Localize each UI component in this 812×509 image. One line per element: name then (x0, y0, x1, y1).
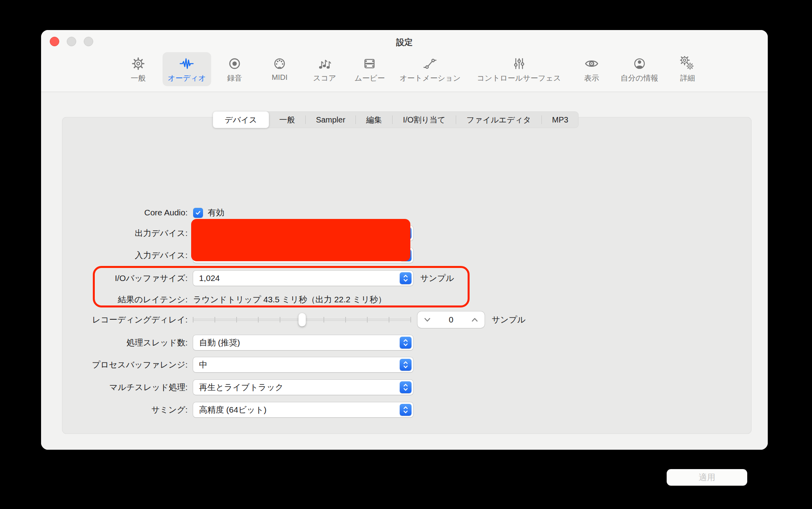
toolbar-item-label: スコア (313, 73, 336, 83)
apply-button[interactable]: 適用 (667, 469, 747, 486)
io-buffer-popup[interactable]: 1,024 (193, 271, 413, 286)
toolbar-item-waveform[interactable]: オーディオ (163, 52, 211, 86)
tab-mp3[interactable]: MP3 (542, 111, 579, 128)
recording-delay-slider[interactable] (193, 312, 411, 328)
slider-tick (236, 317, 237, 322)
output-device-label: 出力デバイス: (41, 228, 188, 239)
gear-icon (130, 56, 146, 72)
threads-label: 処理スレッド数: (41, 337, 188, 348)
core-audio-label: Core Audio: (41, 208, 188, 217)
control-surfaces-icon (511, 56, 527, 72)
toolbar-item-label: 一般 (131, 73, 146, 83)
preferences-toolbar: 一般オーディオ録音MIDIスコアムービーオートメーションコントロールサーフェス表… (41, 52, 768, 90)
toolbar-item-label: MIDI (272, 73, 288, 82)
toolbar-item-label: 録音 (227, 73, 242, 83)
toolbar-item-label: オートメーション (400, 73, 461, 83)
toolbar-item-advanced-gears[interactable]: 詳細 (675, 52, 701, 86)
stepper-increment-button[interactable] (470, 315, 479, 324)
toolbar-item-label: 表示 (584, 73, 599, 83)
io-buffer-unit: サンプル (420, 273, 454, 284)
content-area: デバイス一般Sampler編集I/O割り当てファイルエディタMP3 Core A… (41, 92, 768, 450)
toolbar-item-midi[interactable]: MIDI (267, 52, 293, 85)
slider-tick (258, 317, 259, 322)
popup-chevrons-icon (400, 272, 412, 284)
movie-icon (362, 56, 378, 72)
eye-icon (584, 56, 600, 72)
stepper-decrement-button[interactable] (423, 315, 432, 324)
score-icon (317, 56, 333, 72)
latency-label: 結果のレイテンシ: (41, 294, 188, 305)
tab-item-3[interactable]: 編集 (356, 111, 392, 128)
latency-value: ラウンドトリップ 43.5 ミリ秒（出力 22.2 ミリ秒） (193, 294, 386, 305)
toolbar-item-score[interactable]: スコア (308, 52, 341, 86)
toolbar-item-label: 詳細 (680, 73, 695, 83)
toolbar-item-gear[interactable]: 一般 (125, 52, 151, 86)
summing-popup[interactable]: 高精度 (64ビット) (193, 402, 413, 417)
buffer-range-row: プロセスバッファレンジ: 中 (41, 356, 768, 373)
person-icon (632, 56, 647, 72)
slider-tick (214, 317, 215, 322)
toolbar-item-label: コントロールサーフェス (477, 73, 561, 83)
tab-item-4[interactable]: I/O割り当て (393, 111, 456, 128)
slider-tick (389, 317, 389, 322)
popup-chevrons-icon (400, 404, 412, 416)
recording-delay-unit: サンプル (492, 314, 526, 325)
latency-row: 結果のレイテンシ: ラウンドトリップ 43.5 ミリ秒（出力 22.2 ミリ秒） (41, 291, 768, 308)
summing-row: サミング: 高精度 (64ビット) (41, 401, 768, 419)
toolbar-item-record[interactable]: 録音 (222, 52, 248, 86)
summing-label: サミング: (41, 404, 188, 415)
slider-tick (280, 317, 280, 322)
slider-tick (323, 317, 324, 322)
toolbar-item-label: オーディオ (168, 73, 206, 83)
tab-bar: デバイス一般Sampler編集I/O割り当てファイルエディタMP3 (213, 111, 579, 128)
threads-row: 処理スレッド数: 自動 (推奨) (41, 334, 768, 351)
slider-thumb[interactable] (298, 313, 306, 326)
waveform-icon (179, 56, 195, 72)
io-buffer-row: I/Oバッファサイズ: 1,024 サンプル (41, 270, 768, 287)
slider-tick (410, 317, 411, 322)
recording-delay-value: 0 (449, 315, 453, 324)
tab-item-1[interactable]: 一般 (269, 111, 305, 128)
toolbar-item-label: 自分の情報 (620, 73, 658, 83)
advanced-gears-icon (680, 56, 695, 72)
io-buffer-label: I/Oバッファサイズ: (41, 273, 188, 284)
popup-chevrons-icon (400, 359, 412, 371)
slider-tick (193, 317, 194, 322)
multithreading-row: マルチスレッド処理: 再生とライブトラック (41, 379, 768, 396)
tab-item-5[interactable]: ファイルエディタ (456, 111, 541, 128)
recording-delay-stepper[interactable]: 0 (417, 311, 485, 328)
record-icon (227, 56, 242, 72)
recording-delay-label: レコーディングディレイ: (41, 314, 188, 325)
core-audio-checkbox-label: 有効 (208, 207, 224, 218)
toolbar-item-eye[interactable]: 表示 (579, 52, 605, 86)
popup-chevrons-icon (400, 337, 412, 349)
recording-delay-row: レコーディングディレイ: 0 サンプル (41, 311, 768, 328)
multithreading-popup[interactable]: 再生とライブトラック (193, 380, 413, 395)
toolbar-item-automation[interactable]: オートメーション (395, 52, 466, 86)
toolbar-item-label: ムービー (355, 73, 385, 83)
core-audio-checkbox[interactable] (193, 208, 203, 218)
toolbar-item-movie[interactable]: ムービー (350, 52, 390, 86)
input-device-label: 入力デバイス: (41, 250, 188, 261)
slider-tick (345, 317, 346, 322)
tab-sampler[interactable]: Sampler (306, 111, 355, 128)
titlebar-toolbar: 設定 一般オーディオ録音MIDIスコアムービーオートメーションコントロールサーフ… (41, 30, 768, 92)
toolbar-item-person[interactable]: 自分の情報 (615, 52, 663, 86)
tab-item-0[interactable]: デバイス (213, 111, 269, 128)
checkmark-icon (195, 209, 201, 216)
buffer-range-popup[interactable]: 中 (193, 357, 413, 372)
toolbar-item-control-surfaces[interactable]: コントロールサーフェス (472, 52, 566, 86)
popup-chevrons-icon (400, 381, 412, 393)
automation-icon (422, 56, 438, 72)
threads-popup[interactable]: 自動 (推奨) (193, 335, 413, 350)
buffer-range-label: プロセスバッファレンジ: (41, 359, 188, 370)
multithreading-label: マルチスレッド処理: (41, 382, 188, 393)
midi-icon (272, 56, 288, 72)
window-title: 設定 (41, 37, 768, 48)
redaction-overlay (191, 219, 410, 261)
settings-window: 設定 一般オーディオ録音MIDIスコアムービーオートメーションコントロールサーフ… (41, 30, 768, 450)
slider-tick (367, 317, 368, 322)
